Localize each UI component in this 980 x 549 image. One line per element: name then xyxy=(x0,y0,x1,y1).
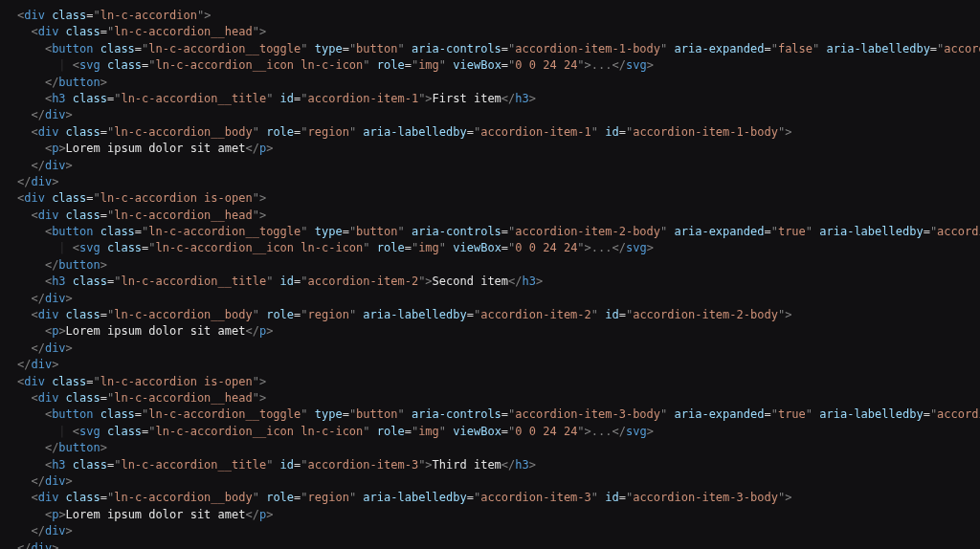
toggle-button-open: <button class="ln-c-accordion__toggle" t… xyxy=(0,406,980,423)
code-block: <div class="ln-c-accordion"> <div class=… xyxy=(0,8,980,549)
accordion-head-open: <div class="ln-c-accordion__head"> xyxy=(0,390,980,406)
accordion-body-close: </div> xyxy=(0,523,980,539)
accordion-body-open: <div class="ln-c-accordion__body" role="… xyxy=(0,124,980,141)
accordion-head-open: <div class="ln-c-accordion__head"> xyxy=(0,24,980,40)
svg-line: | <svg class="ln-c-accordion__icon ln-c-… xyxy=(0,240,980,256)
svg-line: | <svg class="ln-c-accordion__icon ln-c-… xyxy=(0,424,980,440)
toggle-button-close: </button> xyxy=(0,257,980,274)
body-paragraph: <p>Lorem ipsum dolor sit amet</p> xyxy=(0,507,980,523)
body-paragraph: <p>Lorem ipsum dolor sit amet</p> xyxy=(0,323,980,340)
accordion-open: <div class="ln-c-accordion is-open"> xyxy=(0,190,980,207)
body-paragraph: <p>Lorem ipsum dolor sit amet</p> xyxy=(0,141,980,157)
accordion-close: </div> xyxy=(0,540,980,550)
accordion-close: </div> xyxy=(0,357,980,373)
accordion-body-close: </div> xyxy=(0,340,980,357)
accordion-close: </div> xyxy=(0,174,980,190)
title-line: <h3 class="ln-c-accordion__title" id="ac… xyxy=(0,274,980,290)
toggle-button-close: </button> xyxy=(0,440,980,456)
title-line: <h3 class="ln-c-accordion__title" id="ac… xyxy=(0,91,980,107)
toggle-button-open: <button class="ln-c-accordion__toggle" t… xyxy=(0,41,980,57)
accordion-body-open: <div class="ln-c-accordion__body" role="… xyxy=(0,307,980,323)
accordion-body-open: <div class="ln-c-accordion__body" role="… xyxy=(0,490,980,506)
accordion-open: <div class="ln-c-accordion is-open"> xyxy=(0,374,980,390)
accordion-open: <div class="ln-c-accordion"> xyxy=(0,8,980,24)
toggle-button-close: </button> xyxy=(0,75,980,91)
svg-line: | <svg class="ln-c-accordion__icon ln-c-… xyxy=(0,57,980,74)
accordion-head-close: </div> xyxy=(0,107,980,123)
accordion-head-open: <div class="ln-c-accordion__head"> xyxy=(0,208,980,224)
toggle-button-open: <button class="ln-c-accordion__toggle" t… xyxy=(0,224,980,240)
accordion-body-close: </div> xyxy=(0,158,980,174)
accordion-head-close: </div> xyxy=(0,291,980,307)
accordion-head-close: </div> xyxy=(0,473,980,490)
title-line: <h3 class="ln-c-accordion__title" id="ac… xyxy=(0,457,980,473)
